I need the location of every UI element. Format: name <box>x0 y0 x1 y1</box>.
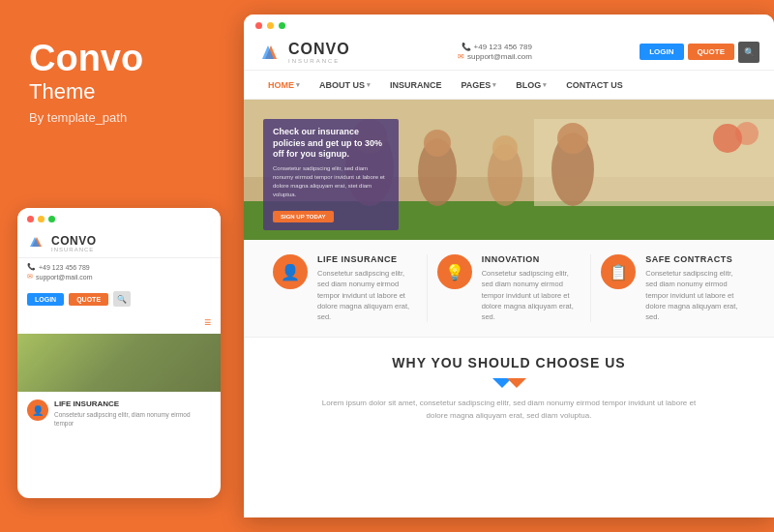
hero-title: Check our insurance policies and get up … <box>273 127 389 161</box>
dot-green <box>48 216 55 222</box>
desktop-header-buttons: LOGIN QUOTE 🔍 <box>640 42 759 63</box>
mobile-feature-icon: 👤 <box>27 399 48 421</box>
feature-col-3: 📋 SAFE CONTRACTS Consetetur sadipscing e… <box>591 254 755 322</box>
brand-author: By template_path <box>29 110 208 125</box>
desktop-mockup: CONVO INSURANCE 📞 +49 123 456 789 ✉ supp… <box>244 15 774 517</box>
brand-title: Convo <box>29 39 208 79</box>
mobile-logo-text: CONVO <box>51 234 97 248</box>
desktop-login-button[interactable]: LOGIN <box>640 44 683 60</box>
mobile-hero-image <box>17 334 221 392</box>
desktop-logo: CONVO INSURANCE <box>258 40 350 65</box>
feature-icon-innovation: 💡 <box>437 254 472 289</box>
feature-title-3: SAFE CONTRACTS <box>645 254 745 264</box>
mobile-quote-button[interactable]: QUOTE <box>69 293 108 306</box>
menu-item-home[interactable]: HOME ▾ <box>258 71 310 99</box>
mobile-contact-bar: 📞 +49 123 456 789 ✉ support@mail.com <box>17 258 221 287</box>
desktop-quote-button[interactable]: QUOTE <box>688 44 734 60</box>
menu-item-insurance[interactable]: INSURANCE <box>380 71 452 99</box>
mobile-search-button[interactable]: 🔍 <box>113 291 131 307</box>
mobile-feature-text: Consetetur sadipscing elitr, diam nonumy… <box>54 410 211 428</box>
hero-background: Check our insurance policies and get up … <box>244 100 774 240</box>
mobile-logo-bar: CONVO INSURANCE <box>17 226 221 258</box>
feature-icon-life: 👤 <box>273 254 308 289</box>
mobile-buttons: LOGIN QUOTE 🔍 <box>17 287 221 310</box>
mobile-feature-item: 👤 LIFE INSURANCE Consetetur sadipscing e… <box>17 392 221 431</box>
dot-yellow <box>38 216 45 222</box>
desktop-logo-icon <box>258 40 283 65</box>
why-text: Lorem ipsum dolor sit amet, consetetur s… <box>315 398 702 423</box>
menu-item-blog[interactable]: BLOG ▾ <box>506 71 556 99</box>
mobile-hamburger-icon[interactable]: ≡ <box>17 310 221 334</box>
mobile-logo-sub: INSURANCE <box>51 247 97 252</box>
dot-red <box>27 216 34 222</box>
chevron-down-icon: ▾ <box>492 81 496 89</box>
why-title: WHY YOU SHOULD CHOOSE US <box>263 355 755 370</box>
mobile-email: support@mail.com <box>36 274 92 281</box>
desktop-email-icon: ✉ <box>458 52 464 61</box>
desktop-email: support@mail.com <box>467 52 532 61</box>
desktop-top-bar <box>244 15 774 34</box>
desktop-hero: Check our insurance policies and get up … <box>244 100 774 240</box>
svg-point-11 <box>424 130 451 157</box>
desktop-phone: +49 123 456 789 <box>474 43 532 51</box>
menu-item-about[interactable]: ABOUT US ▾ <box>310 71 380 99</box>
phone-icon: 📞 <box>27 263 36 271</box>
desktop-nav-bar: CONVO INSURANCE 📞 +49 123 456 789 ✉ supp… <box>244 34 774 71</box>
feature-col-2: 💡 INNOVATION Consetetur sadipscing elitr… <box>428 254 592 322</box>
feature-col-1: 👤 LIFE INSURANCE Consetetur sadipscing e… <box>263 254 428 322</box>
mobile-phone: +49 123 456 789 <box>39 264 90 271</box>
feature-text-1: Consetetur sadipscing elitr, sed diam no… <box>317 268 417 322</box>
desktop-dot-green <box>279 22 285 29</box>
feature-text-2: Consetetur sadipscing elitr, sed diam no… <box>482 268 581 322</box>
mobile-mockup: CONVO INSURANCE 📞 +49 123 456 789 ✉ supp… <box>17 208 221 498</box>
hero-body: Consetetur sadipscing elitr, sed diam no… <box>273 164 389 199</box>
mobile-top-bar <box>17 208 221 226</box>
desktop-logo-text: CONVO <box>288 41 350 57</box>
desktop-logo-sub: INSURANCE <box>288 58 350 64</box>
mobile-hero <box>17 334 221 392</box>
feature-text-3: Consetetur sadipscing elitr, sed diam no… <box>645 268 745 322</box>
menu-item-contact[interactable]: CONTACT US <box>556 71 632 99</box>
features-section: 👤 LIFE INSURANCE Consetetur sadipscing e… <box>244 240 774 338</box>
desktop-search-button[interactable]: 🔍 <box>738 42 759 63</box>
hero-text-box: Check our insurance policies and get up … <box>263 119 399 230</box>
svg-point-13 <box>492 135 518 161</box>
divider-shape-orange <box>507 378 526 388</box>
mobile-feature-title: LIFE INSURANCE <box>54 399 211 408</box>
svg-point-15 <box>557 123 588 154</box>
desktop-contact: 📞 +49 123 456 789 ✉ support@mail.com <box>458 43 532 62</box>
chevron-down-icon: ▾ <box>296 81 300 89</box>
hero-cta-button[interactable]: SIGN UP TODAY <box>273 211 334 222</box>
why-divider <box>263 378 755 388</box>
desktop-menu-bar: HOME ▾ ABOUT US ▾ INSURANCE PAGES ▾ BLOG… <box>244 71 774 100</box>
chevron-down-icon: ▾ <box>367 81 371 89</box>
desktop-dot-red <box>255 22 262 29</box>
feature-title-1: LIFE INSURANCE <box>317 254 417 264</box>
desktop-dot-yellow <box>267 22 274 29</box>
brand-subtitle: Theme <box>29 79 208 104</box>
svg-point-17 <box>735 122 759 145</box>
mobile-logo-icon <box>27 232 46 251</box>
feature-icon-contracts: 📋 <box>601 254 636 289</box>
email-icon: ✉ <box>27 273 33 281</box>
why-section: WHY YOU SHOULD CHOOSE US Lorem ipsum dol… <box>244 338 774 440</box>
desktop-phone-icon: 📞 <box>461 43 471 51</box>
chevron-down-icon: ▾ <box>543 81 547 89</box>
feature-title-2: INNOVATION <box>482 254 581 264</box>
menu-item-pages[interactable]: PAGES ▾ <box>452 71 507 99</box>
mobile-login-button[interactable]: LOGIN <box>27 293 64 306</box>
